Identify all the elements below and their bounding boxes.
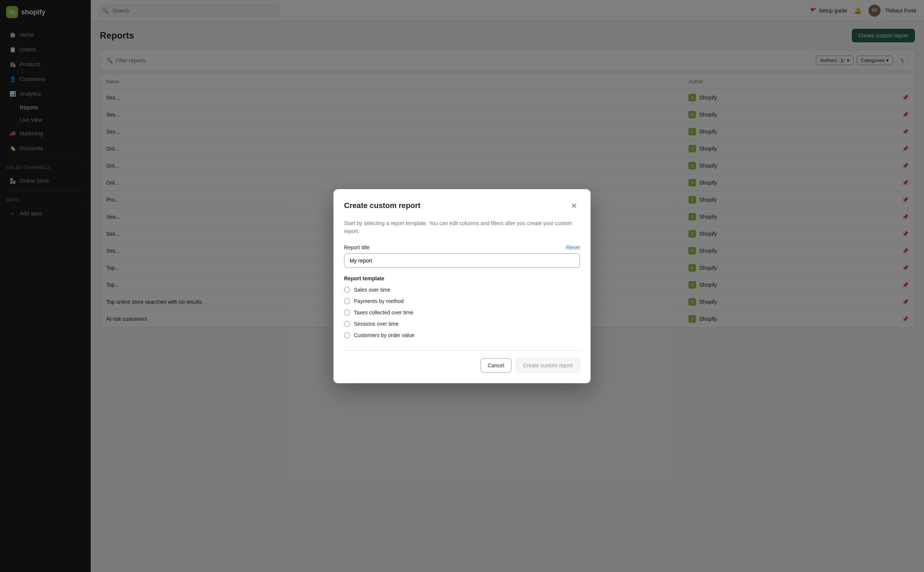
radio-label-taxes-collected-over-time: Taxes collected over time [354,309,413,316]
template-option-taxes-collected-over-time[interactable]: Taxes collected over time [344,309,580,316]
report-title-label: Report title [344,244,370,250]
radio-input-taxes-collected-over-time[interactable] [344,309,350,316]
template-option-sales-over-time[interactable]: Sales over time [344,287,580,293]
radio-input-customers-by-order-value[interactable] [344,332,350,338]
radio-label-sessions-over-time: Sessions over time [354,321,398,327]
reset-link[interactable]: Reset [566,244,580,250]
radio-label-customers-by-order-value: Customers by order value [354,332,414,338]
cancel-btn[interactable]: Cancel [481,358,512,373]
template-section-title: Report template [344,275,580,281]
radio-label-sales-over-time: Sales over time [354,287,390,293]
close-icon: ✕ [571,201,577,210]
create-report-modal: Create custom report ✕ Start by selectin… [333,189,591,383]
create-btn[interactable]: Create custom report [516,358,580,373]
radio-input-payments-by-method[interactable] [344,298,350,304]
template-group: Report template Sales over time Payments… [344,275,580,338]
modal-title: Create custom report [344,201,420,210]
radio-input-sessions-over-time[interactable] [344,321,350,327]
template-option-payments-by-method[interactable]: Payments by method [344,298,580,304]
modal-header: Create custom report ✕ [344,200,580,212]
modal-description: Start by selecting a report template. Yo… [344,219,580,235]
radio-input-sales-over-time[interactable] [344,287,350,293]
modal-footer: Cancel Create custom report [344,350,580,373]
report-title-group: Report title Reset [344,244,580,268]
radio-label-payments-by-method: Payments by method [354,298,404,304]
report-title-input[interactable] [344,253,580,268]
template-option-customers-by-order-value[interactable]: Customers by order value [344,332,580,338]
template-radio-list: Sales over time Payments by method Taxes… [344,287,580,338]
report-title-label-row: Report title Reset [344,244,580,250]
modal-overlay: Create custom report ✕ Start by selectin… [0,0,924,572]
modal-close-btn[interactable]: ✕ [568,200,580,212]
template-option-sessions-over-time[interactable]: Sessions over time [344,321,580,327]
